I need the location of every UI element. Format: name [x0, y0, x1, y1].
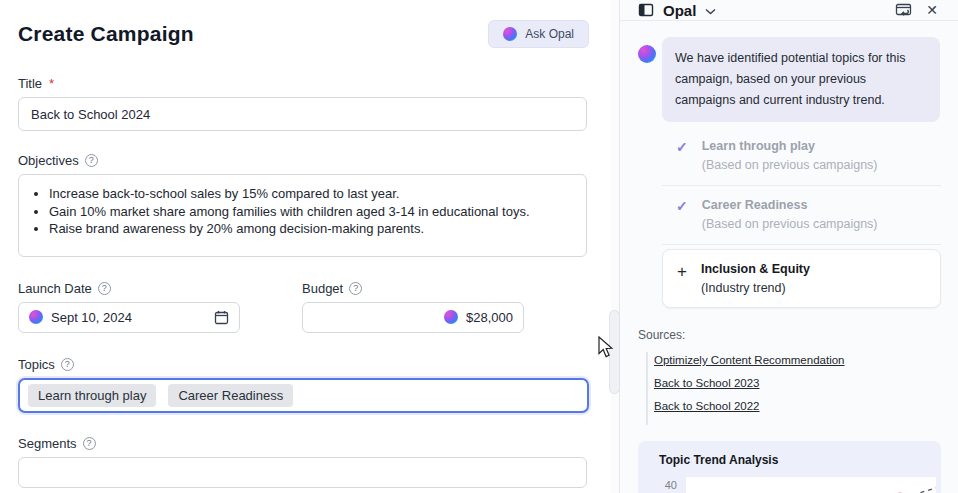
sources-list: Optimizely Content Recommendation Back t…: [646, 352, 940, 425]
suggestion-learn-through-play[interactable]: ✓ Learn through play (Based on previous …: [662, 127, 941, 186]
help-icon[interactable]: ?: [85, 154, 98, 167]
ask-opal-label: Ask Opal: [525, 27, 574, 41]
title-field: Title*: [18, 76, 589, 131]
topics-input[interactable]: Learn through play Career Readiness: [18, 378, 589, 413]
suggestion-title: Inclusion & Equity: [701, 260, 810, 279]
opal-message-row: We have identified potential topics for …: [638, 37, 940, 122]
source-link[interactable]: Optimizely Content Recommendation: [654, 354, 940, 366]
budget-label: Budget ?: [302, 281, 524, 296]
topics-label-text: Topics: [18, 357, 55, 372]
chevron-down-icon[interactable]: [705, 1, 716, 19]
suggestion-caption: (Industry trend): [701, 279, 810, 298]
objectives-field: Objectives ? Increase back-to-school sal…: [18, 153, 589, 257]
suggestion-title: Career Readiness: [702, 196, 878, 215]
popout-window-icon[interactable]: [893, 0, 915, 20]
check-icon: ✓: [676, 139, 688, 176]
opal-orb-icon: [29, 310, 43, 324]
objective-item: Increase back-to-school sales by 15% com…: [49, 185, 572, 203]
help-icon[interactable]: ?: [98, 282, 111, 295]
opal-orb-icon: [503, 27, 517, 41]
source-link[interactable]: Back to School 2022: [654, 400, 940, 412]
opal-panel-title: Opal: [663, 2, 696, 19]
topic-suggestions: ✓ Learn through play (Based on previous …: [662, 127, 941, 308]
title-input[interactable]: [18, 97, 587, 131]
form-header: Create Campaign Ask Opal: [18, 20, 589, 48]
segments-field: Segments ?: [18, 436, 589, 488]
objectives-label: Objectives ?: [18, 153, 589, 168]
budget-input[interactable]: $28,000: [302, 302, 524, 333]
suggestion-title: Learn through play: [702, 137, 878, 156]
opal-panel-header: Opal ✕: [620, 0, 958, 21]
chart-title: Topic Trend Analysis: [638, 453, 936, 467]
title-label: Title*: [18, 76, 589, 91]
page-title: Create Campaign: [18, 22, 194, 46]
ask-opal-button[interactable]: Ask Opal: [488, 20, 589, 48]
opal-panel: Opal ✕ We have id: [619, 0, 958, 493]
y-axis-tick: 40: [638, 477, 686, 493]
opal-message-bubble: We have identified potential topics for …: [662, 37, 940, 122]
topic-trend-analysis-card: Topic Trend Analysis 40: [638, 441, 941, 493]
opal-avatar-icon: [638, 45, 656, 63]
objective-item: Raise brand awareness by 20% among decis…: [49, 220, 572, 238]
objectives-textarea[interactable]: Increase back-to-school sales by 15% com…: [18, 174, 587, 257]
launch-date-label: Launch Date ?: [18, 281, 240, 296]
launch-date-input[interactable]: Sept 10, 2024: [18, 302, 240, 333]
chart-body: 40: [638, 477, 936, 493]
panel-divider: [611, 0, 619, 493]
date-budget-row: Launch Date ? Sept 10, 2024: [18, 281, 589, 333]
suggestion-caption: (Based on previous campaigns): [702, 215, 878, 234]
segments-input[interactable]: [18, 457, 587, 488]
app-window: Create Campaign Ask Opal Title* Objectiv…: [0, 0, 958, 493]
calendar-icon[interactable]: [214, 310, 229, 325]
launch-date-value: Sept 10, 2024: [51, 310, 132, 325]
help-icon[interactable]: ?: [61, 358, 74, 371]
topic-chip[interactable]: Learn through play: [28, 384, 156, 407]
opal-panel-body: We have identified potential topics for …: [620, 21, 958, 493]
budget-label-text: Budget: [302, 281, 343, 296]
panel-resize-handle[interactable]: [609, 310, 620, 394]
help-icon[interactable]: ?: [83, 437, 96, 450]
suggestion-inclusion-equity[interactable]: + Inclusion & Equity (Industry trend): [662, 249, 941, 309]
topics-label: Topics ?: [18, 357, 589, 372]
create-campaign-form: Create Campaign Ask Opal Title* Objectiv…: [0, 0, 611, 493]
launch-date-label-text: Launch Date: [18, 281, 92, 296]
help-icon[interactable]: ?: [349, 282, 362, 295]
title-label-text: Title: [18, 76, 42, 91]
budget-field: Budget ? $28,000: [302, 281, 524, 333]
trend-line-chart: [686, 477, 936, 493]
source-link[interactable]: Back to School 2023: [654, 377, 940, 389]
sidebar-layout-icon[interactable]: [638, 2, 654, 18]
budget-value: $28,000: [466, 310, 513, 325]
topics-field: Topics ? Learn through play Career Readi…: [18, 357, 589, 413]
suggestion-caption: (Based on previous campaigns): [702, 156, 878, 175]
segments-label-text: Segments: [18, 436, 77, 451]
plus-icon: +: [677, 262, 687, 299]
chart-plot-area: [686, 477, 936, 493]
objectives-label-text: Objectives: [18, 153, 79, 168]
topic-chip[interactable]: Career Readiness: [168, 384, 293, 407]
segments-label: Segments ?: [18, 436, 589, 451]
close-glyph: ✕: [926, 3, 938, 17]
objective-item: Gain 10% market share among families wit…: [49, 203, 572, 221]
check-icon: ✓: [676, 198, 688, 235]
suggestion-career-readiness[interactable]: ✓ Career Readiness (Based on previous ca…: [662, 186, 941, 245]
required-asterisk: *: [49, 76, 54, 91]
launch-date-field: Launch Date ? Sept 10, 2024: [18, 281, 240, 333]
close-icon[interactable]: ✕: [924, 1, 940, 19]
opal-orb-icon: [444, 310, 458, 324]
sources-label: Sources:: [638, 328, 940, 342]
